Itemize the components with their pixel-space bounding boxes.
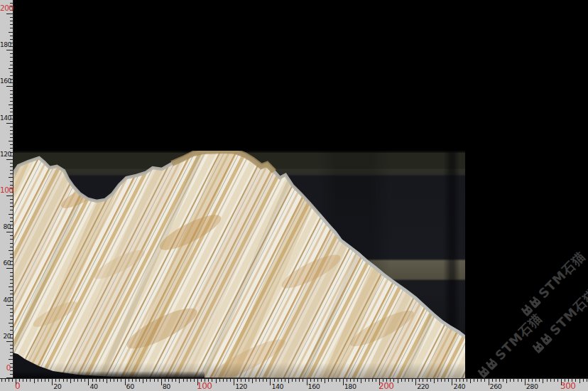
ruler-tick bbox=[67, 379, 67, 382]
ruler-tick bbox=[9, 323, 13, 323]
ruler-tick bbox=[172, 379, 173, 382]
ruler-label: 200 bbox=[0, 4, 11, 12]
ruler-tick bbox=[10, 127, 13, 127]
ruler-tick bbox=[6, 159, 13, 160]
ruler-tick bbox=[10, 53, 13, 54]
ruler-tick bbox=[288, 379, 289, 383]
ruler-tick bbox=[303, 379, 303, 382]
ruler-tick bbox=[223, 379, 224, 382]
ruler-tick bbox=[256, 379, 256, 382]
ruler-tick bbox=[332, 379, 332, 382]
ruler-tick bbox=[10, 75, 13, 76]
ruler-tick bbox=[10, 345, 13, 346]
ruler-tick bbox=[107, 379, 107, 383]
ruler-tick bbox=[354, 379, 354, 382]
ruler-tick bbox=[587, 379, 587, 382]
ruler-label: 220 bbox=[417, 383, 429, 390]
ruler-tick bbox=[6, 268, 13, 269]
ruler-tick bbox=[474, 379, 474, 382]
ruler-tick bbox=[376, 379, 376, 382]
ruler-tick bbox=[1, 379, 2, 382]
ruler-tick bbox=[38, 379, 38, 382]
ruler-tick bbox=[10, 28, 13, 28]
ruler-tick bbox=[183, 379, 184, 382]
ruler-tick bbox=[245, 379, 246, 382]
ruler-tick bbox=[10, 239, 13, 240]
ruler-tick bbox=[249, 379, 249, 382]
ruler-tick bbox=[357, 379, 358, 382]
ruler-tick bbox=[10, 61, 13, 62]
ruler-tick bbox=[278, 379, 278, 382]
ruler-tick bbox=[70, 379, 71, 383]
ruler-tick bbox=[427, 379, 428, 382]
ruler-tick bbox=[9, 379, 9, 382]
ruler-tick bbox=[10, 319, 13, 320]
ruler-tick bbox=[34, 379, 35, 383]
ruler-tick bbox=[10, 65, 13, 65]
ruler-tick bbox=[10, 243, 13, 244]
ruler-tick bbox=[85, 379, 85, 382]
ruler-tick bbox=[10, 312, 13, 313]
ruler-tick bbox=[467, 379, 467, 382]
ruler-tick bbox=[10, 374, 13, 375]
ruler-tick bbox=[350, 379, 351, 382]
ruler-tick bbox=[10, 181, 13, 182]
ruler-tick bbox=[535, 379, 536, 382]
ruler-tick bbox=[146, 379, 147, 382]
ruler-label: 60 bbox=[126, 383, 134, 390]
bottom-ruler: 0204060801001201401601802002202402602803… bbox=[0, 378, 588, 391]
ruler-tick bbox=[321, 379, 322, 382]
ruler-tick bbox=[295, 379, 296, 382]
ruler-tick bbox=[10, 94, 13, 95]
ruler-tick bbox=[314, 379, 315, 382]
ruler-tick bbox=[158, 379, 158, 382]
ruler-tick bbox=[539, 379, 540, 382]
ruler-tick bbox=[10, 352, 13, 353]
ruler-tick bbox=[6, 123, 13, 124]
ruler-tick bbox=[117, 379, 118, 382]
ruler-label: 100 bbox=[197, 382, 212, 390]
ruler-tick bbox=[10, 90, 13, 91]
ruler-tick bbox=[6, 232, 13, 232]
ruler-tick bbox=[10, 199, 13, 200]
ruler-tick bbox=[448, 379, 449, 382]
ruler-tick bbox=[10, 130, 13, 131]
ruler-tick bbox=[266, 379, 267, 382]
ruler-tick bbox=[9, 250, 13, 251]
ruler-tick bbox=[10, 134, 13, 134]
ruler-tick bbox=[401, 379, 402, 382]
ruler-tick bbox=[96, 379, 97, 382]
ruler-tick bbox=[88, 379, 89, 385]
ruler-tick bbox=[10, 348, 13, 349]
ruler-tick bbox=[26, 379, 27, 382]
ruler-tick bbox=[175, 379, 176, 382]
ruler-tick bbox=[372, 379, 373, 382]
ruler-tick bbox=[230, 379, 231, 382]
ruler-tick bbox=[10, 294, 13, 294]
ruler-label: 180 bbox=[344, 383, 356, 390]
ruler-tick bbox=[48, 379, 49, 382]
ruler-tick bbox=[9, 105, 13, 105]
ruler-tick bbox=[513, 379, 514, 382]
ruler-tick bbox=[398, 379, 398, 383]
ruler-tick bbox=[499, 379, 500, 382]
ruler-label: 160 bbox=[308, 383, 320, 390]
ruler-tick bbox=[10, 206, 13, 207]
stm-cat-logo-icon bbox=[477, 356, 499, 378]
ruler-tick bbox=[10, 112, 13, 112]
ruler-tick bbox=[10, 57, 13, 58]
ruler-tick bbox=[10, 144, 13, 145]
ruler-tick bbox=[441, 379, 442, 382]
ruler-tick bbox=[168, 379, 169, 382]
ruler-tick bbox=[81, 379, 82, 382]
ruler-tick bbox=[419, 379, 420, 382]
ruler-label: 80 bbox=[0, 223, 11, 230]
ruler-tick bbox=[281, 379, 282, 382]
ruler-tick bbox=[6, 196, 13, 196]
ruler-tick bbox=[10, 218, 13, 218]
ruler-tick bbox=[10, 316, 13, 316]
ruler-tick bbox=[10, 247, 13, 247]
ruler-tick bbox=[299, 379, 300, 382]
ruler-tick bbox=[10, 210, 13, 210]
ruler-tick bbox=[136, 379, 136, 382]
